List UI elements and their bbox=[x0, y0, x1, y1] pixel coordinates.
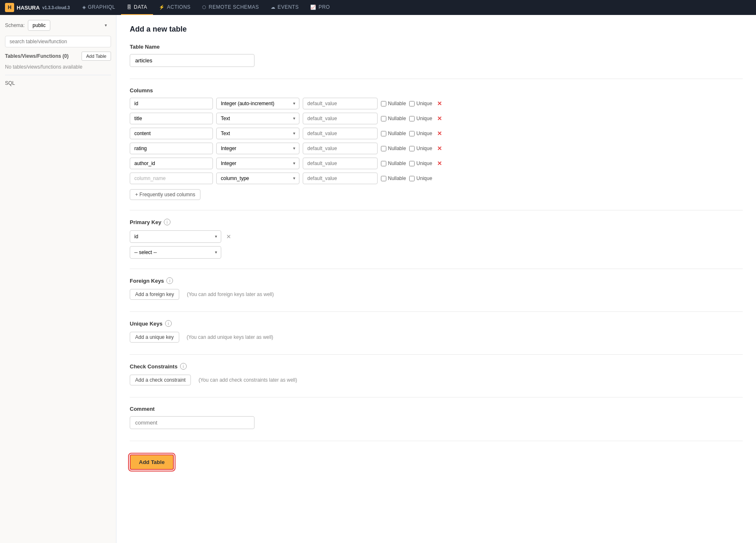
actions-icon: ⚡ bbox=[159, 5, 165, 10]
unique-cell-new: Unique bbox=[409, 175, 432, 181]
check-constraint-helper: (You can add check constraints later as … bbox=[198, 377, 297, 383]
nav-item-graphiql[interactable]: ◈ GRAPHIQL bbox=[77, 0, 121, 15]
table-name-input[interactable] bbox=[130, 54, 254, 67]
column-row-title: Text Integer Integer (auto-increment) Nu… bbox=[130, 113, 743, 124]
events-icon: ☁ bbox=[271, 5, 276, 10]
add-check-constraint-button[interactable]: Add a check constraint bbox=[130, 375, 191, 385]
comment-section: Comment bbox=[130, 406, 743, 429]
foreign-keys-title: Foreign Keys bbox=[130, 278, 164, 284]
schema-select[interactable]: public bbox=[28, 20, 50, 31]
unique-checkbox-author-id[interactable] bbox=[409, 161, 415, 166]
column-name-author-id[interactable] bbox=[130, 158, 213, 169]
column-default-new[interactable] bbox=[303, 173, 378, 184]
nav-item-actions[interactable]: ⚡ ACTIONS bbox=[153, 0, 196, 15]
nullable-checkbox-author-id[interactable] bbox=[381, 161, 386, 166]
unique-checkbox-content[interactable] bbox=[409, 131, 415, 136]
column-name-id[interactable] bbox=[130, 98, 213, 109]
column-row-author-id: Integer Text Integer (auto-increment) Nu… bbox=[130, 158, 743, 169]
column-row-id: Integer (auto-increment) Text Integer Nu… bbox=[130, 98, 743, 109]
unique-keys-row: Add a unique key (You can add unique key… bbox=[130, 332, 743, 343]
nav-label-data: DATA bbox=[134, 4, 147, 10]
column-type-wrapper-id: Integer (auto-increment) Text Integer bbox=[216, 98, 299, 109]
remove-column-title[interactable]: ✕ bbox=[435, 115, 444, 122]
search-input[interactable] bbox=[5, 36, 111, 47]
unique-label-id: Unique bbox=[416, 101, 432, 106]
add-foreign-key-button[interactable]: Add a foreign key bbox=[130, 289, 179, 300]
primary-key-title: Primary Key bbox=[130, 219, 161, 225]
graphiql-icon: ◈ bbox=[82, 5, 86, 10]
unique-checkbox-id[interactable] bbox=[409, 101, 415, 106]
remove-column-content[interactable]: ✕ bbox=[435, 130, 444, 137]
add-table-final-button[interactable]: Add Table bbox=[130, 454, 174, 470]
nullable-checkbox-new[interactable] bbox=[381, 176, 386, 181]
unique-checkbox-rating[interactable] bbox=[409, 146, 415, 151]
column-type-wrapper-title: Text Integer Integer (auto-increment) bbox=[216, 113, 299, 124]
remove-column-id[interactable]: ✕ bbox=[435, 100, 444, 107]
column-default-content[interactable] bbox=[303, 128, 378, 139]
column-type-wrapper-author-id: Integer Text Integer (auto-increment) bbox=[216, 158, 299, 169]
nullable-label-rating: Nullable bbox=[388, 146, 406, 151]
schema-row: Schema: public bbox=[5, 20, 111, 31]
nullable-checkbox-id[interactable] bbox=[381, 101, 386, 106]
pk-select[interactable]: id title content rating author_id bbox=[130, 230, 221, 243]
unique-checkbox-new[interactable] bbox=[409, 176, 415, 181]
unique-keys-info-icon[interactable]: i bbox=[165, 320, 172, 327]
primary-key-info-icon[interactable]: i bbox=[164, 219, 170, 225]
column-type-select-content[interactable]: Text Integer Integer (auto-increment) bbox=[216, 128, 299, 139]
nav-item-data[interactable]: 🗄 DATA bbox=[121, 0, 153, 15]
nav-item-pro[interactable]: 📈 PRO bbox=[304, 0, 336, 15]
app-layout: Schema: public Tables/Views/Functions (0… bbox=[0, 15, 756, 543]
nav-label-actions: ACTIONS bbox=[167, 4, 191, 10]
column-default-title[interactable] bbox=[303, 113, 378, 124]
foreign-keys-info-icon[interactable]: i bbox=[166, 277, 173, 284]
column-name-title[interactable] bbox=[130, 113, 213, 124]
unique-checkbox-title[interactable] bbox=[409, 116, 415, 121]
column-type-select-id[interactable]: Integer (auto-increment) Text Integer bbox=[216, 98, 299, 109]
schema-select-wrapper: public bbox=[28, 20, 111, 31]
column-type-select-rating[interactable]: Integer Text Integer (auto-increment) bbox=[216, 143, 299, 154]
check-constraints-info-icon[interactable]: i bbox=[180, 363, 187, 370]
column-type-select-author-id[interactable]: Integer Text Integer (auto-increment) bbox=[216, 158, 299, 169]
sidebar-add-table-button[interactable]: Add Table bbox=[82, 52, 111, 61]
column-name-new[interactable] bbox=[130, 173, 213, 184]
version-badge: v1.3.3-cloud.3 bbox=[42, 5, 70, 10]
column-row-new: column_type Integer Text Integer (auto-i… bbox=[130, 173, 743, 184]
add-unique-key-button[interactable]: Add a unique key bbox=[130, 332, 179, 343]
nullable-cell-author-id: Nullable bbox=[381, 160, 406, 166]
divider-7 bbox=[130, 441, 743, 441]
column-name-content[interactable] bbox=[130, 128, 213, 139]
nav-label-remote-schemas: REMOTE SCHEMAS bbox=[209, 4, 259, 10]
app-name: HASURA bbox=[17, 5, 40, 11]
comment-input[interactable] bbox=[130, 416, 254, 429]
column-type-select-title[interactable]: Text Integer Integer (auto-increment) bbox=[216, 113, 299, 124]
pro-icon: 📈 bbox=[310, 5, 316, 10]
pk-row-id: id title content rating author_id ✕ bbox=[130, 230, 743, 243]
remove-column-rating[interactable]: ✕ bbox=[435, 145, 444, 152]
app-logo: H HASURA v1.3.3-cloud.3 bbox=[5, 3, 70, 12]
pk-remove-button[interactable]: ✕ bbox=[225, 233, 233, 240]
nullable-label-author-id: Nullable bbox=[388, 160, 406, 166]
nullable-checkbox-rating[interactable] bbox=[381, 146, 386, 151]
nullable-checkbox-content[interactable] bbox=[381, 131, 386, 136]
column-default-id[interactable] bbox=[303, 98, 378, 109]
frequently-used-button[interactable]: + Frequently used columns bbox=[130, 189, 200, 200]
column-default-author-id[interactable] bbox=[303, 158, 378, 169]
unique-label-content: Unique bbox=[416, 131, 432, 136]
page-title: Add a new table bbox=[130, 25, 743, 34]
nullable-cell-title: Nullable bbox=[381, 116, 406, 121]
pk-select-2[interactable]: -- select -- id title content rating aut… bbox=[130, 246, 221, 259]
nullable-cell-id: Nullable bbox=[381, 101, 406, 106]
unique-cell-rating: Unique bbox=[409, 146, 432, 151]
main-content: Add a new table Table Name Columns Integ… bbox=[116, 15, 756, 543]
nav-item-events[interactable]: ☁ EVENTS bbox=[265, 0, 305, 15]
foreign-key-helper: (You can add foreign keys later as well) bbox=[187, 291, 274, 297]
column-type-select-new[interactable]: column_type Integer Text Integer (auto-i… bbox=[216, 173, 299, 184]
nullable-checkbox-title[interactable] bbox=[381, 116, 386, 121]
sql-label[interactable]: SQL bbox=[5, 80, 111, 86]
column-name-rating[interactable] bbox=[130, 143, 213, 154]
nullable-cell-new: Nullable bbox=[381, 175, 406, 181]
column-default-rating[interactable] bbox=[303, 143, 378, 154]
nav-item-remote-schemas[interactable]: ⬡ REMOTE SCHEMAS bbox=[196, 0, 265, 15]
sidebar-section-header: Tables/Views/Functions (0) Add Table bbox=[5, 52, 111, 61]
remove-column-author-id[interactable]: ✕ bbox=[435, 160, 444, 167]
